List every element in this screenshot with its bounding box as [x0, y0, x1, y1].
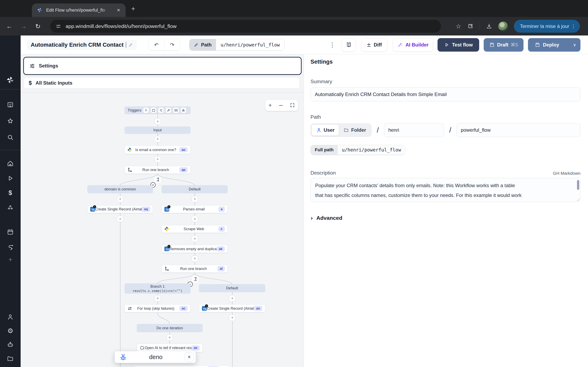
- path-chip[interactable]: Path u/henri/powerful_flow: [189, 39, 285, 50]
- owner-kind-user[interactable]: User: [311, 124, 339, 136]
- advanced-toggle[interactable]: › Advanced: [311, 215, 580, 222]
- zoom-in-button[interactable]: +: [268, 102, 272, 108]
- sidebar-item-search[interactable]: [0, 134, 21, 141]
- sidebar-item-favorites[interactable]: [0, 117, 21, 125]
- flow-step-ac[interactable]: For loop (skip failures) ac: [125, 304, 190, 312]
- sidebar-item-runs[interactable]: [0, 175, 21, 182]
- sidebar-item-workers[interactable]: [0, 341, 21, 348]
- new-tab-button[interactable]: +: [131, 5, 135, 12]
- websocket-plug-icon[interactable]: [165, 108, 171, 113]
- diff-button[interactable]: ± Diff: [361, 38, 388, 52]
- resize-handle-icon[interactable]: [577, 198, 580, 201]
- description-scrollbar[interactable]: [577, 180, 579, 190]
- description-textarea[interactable]: Populate your CRM contacts' details from…: [311, 178, 580, 202]
- add-branch-icon[interactable]: [155, 176, 161, 183]
- add-step-button[interactable]: +: [229, 315, 235, 321]
- flow-step-c[interactable]: Scrape Web c: [162, 225, 228, 233]
- sidebar-item-schedules[interactable]: [0, 228, 21, 235]
- back-icon[interactable]: ←: [4, 23, 15, 30]
- test-flow-button[interactable]: Test flow: [438, 38, 479, 52]
- flow-step-an[interactable]: TS Create Single Record (Airtable) an: [199, 304, 265, 312]
- flow-step-ap[interactable]: Run one branch ap: [125, 166, 190, 174]
- download-icon[interactable]: [486, 23, 492, 29]
- sidebar-item-resources[interactable]: [0, 205, 21, 212]
- forward-icon[interactable]: →: [18, 23, 29, 30]
- zoom-out-button[interactable]: −: [278, 102, 283, 108]
- flow-step-ak[interactable]: TS Removes empty and duplicates ak: [162, 245, 228, 253]
- flow-step-al[interactable]: Run one branch al: [162, 265, 228, 273]
- reload-icon[interactable]: ↻: [32, 23, 43, 30]
- profile-avatar[interactable]: [498, 21, 508, 31]
- undo-button[interactable]: ↶: [148, 39, 164, 50]
- save-icon: [489, 42, 495, 48]
- sidebar-item-user[interactable]: [0, 313, 21, 320]
- add-step-button[interactable]: +: [167, 334, 173, 341]
- deploy-button[interactable]: Deploy: [528, 38, 566, 52]
- add-step-button[interactable]: +: [117, 216, 123, 222]
- add-step-button[interactable]: +: [117, 196, 123, 202]
- bookmark-star-icon[interactable]: ☆: [456, 23, 461, 30]
- sidebar-item-folders[interactable]: [0, 355, 21, 362]
- sidebar-item-flows[interactable]: [0, 243, 21, 250]
- sidebar-item-home[interactable]: [0, 160, 21, 167]
- do-one-iteration-node[interactable]: Do one iteration: [137, 324, 202, 332]
- ai-builder-button[interactable]: AI Builder: [393, 38, 433, 52]
- sidebar-item-workspace[interactable]: [0, 101, 21, 108]
- flow-step-a[interactable]: TS Parses email a: [162, 205, 228, 213]
- add-step-button[interactable]: +: [229, 295, 235, 301]
- toolbar-separator: [480, 23, 480, 30]
- branch-header-default[interactable]: Default: [162, 185, 228, 193]
- flow-title-field[interactable]: Automatically Enrich CRM Contact: [27, 40, 137, 50]
- input-node[interactable]: Input: [125, 127, 190, 134]
- add-step-button[interactable]: +: [155, 118, 161, 125]
- owner-kind-folder[interactable]: Folder: [339, 124, 371, 136]
- branch-header-branch1[interactable]: Branch 1 results.c.some((x)=>x!=""): [125, 284, 190, 294]
- webhook-icon[interactable]: [143, 108, 149, 113]
- all-static-inputs-card[interactable]: $ All Static Inputs: [23, 77, 300, 89]
- add-step-button[interactable]: +: [192, 235, 198, 242]
- deploy-dropdown-button[interactable]: ∨: [568, 38, 580, 52]
- add-step-button[interactable]: +: [155, 295, 161, 301]
- tab-close-icon[interactable]: ✕: [115, 7, 122, 13]
- add-step-button[interactable]: +: [192, 196, 198, 202]
- fit-view-button[interactable]: [290, 103, 295, 108]
- schedule-icon[interactable]: [151, 108, 156, 113]
- windmill-logo[interactable]: [0, 76, 21, 84]
- sidebar-item-create[interactable]: +: [0, 256, 21, 263]
- sidebar-item-settings[interactable]: ⚙: [0, 327, 21, 335]
- add-branch-icon[interactable]: [192, 276, 198, 282]
- add-step-button[interactable]: +: [192, 216, 198, 222]
- flow-step-aq[interactable]: TS Create Single Record (Airtable) aq: [87, 205, 153, 213]
- deno-tooltip-card[interactable]: deno ✕: [115, 351, 196, 363]
- browser-menu-icon[interactable]: ⋮: [569, 24, 577, 29]
- extensions-icon[interactable]: [467, 23, 474, 29]
- watch-icon[interactable]: [181, 108, 186, 113]
- browser-update-button[interactable]: Terminer la mise à jour ⋮: [514, 20, 580, 33]
- step-id-badge: ao: [179, 147, 188, 152]
- connector: [120, 213, 121, 367]
- add-step-button[interactable]: +: [192, 256, 198, 262]
- deno-close-button[interactable]: ✕: [185, 352, 194, 362]
- triggers-node[interactable]: Triggers: [125, 106, 190, 114]
- redo-button[interactable]: ↷: [164, 39, 180, 50]
- route-icon[interactable]: [158, 108, 164, 113]
- settings-module-card[interactable]: Settings: [23, 57, 302, 75]
- browser-tab[interactable]: Edit Flow u/henri/powerful_flo ✕: [32, 3, 126, 17]
- email-icon[interactable]: [173, 108, 179, 113]
- owner-input[interactable]: [384, 123, 444, 137]
- site-settings-icon[interactable]: [56, 24, 61, 29]
- flow-step-ae[interactable]: Open AI to tell if relevant result ae: [137, 344, 202, 352]
- more-options-icon[interactable]: ⋮: [329, 42, 335, 48]
- branch-header-default2[interactable]: Default: [199, 284, 265, 292]
- add-step-button[interactable]: +: [155, 136, 161, 142]
- docs-button[interactable]: [342, 38, 356, 52]
- sidebar-item-variables[interactable]: $: [0, 189, 21, 197]
- path-chip-value[interactable]: u/henri/powerful_flow: [216, 39, 284, 50]
- add-step-button[interactable]: +: [155, 156, 161, 162]
- draft-button[interactable]: Draft ⌘S: [484, 38, 523, 52]
- summary-input[interactable]: [311, 87, 580, 101]
- flow-step-ao[interactable]: Is email a common one? ao: [125, 146, 190, 154]
- url-bar[interactable]: app.windmill.dev/flows/edit/u/henri/powe…: [50, 20, 441, 33]
- branch-header-domain-is-common[interactable]: domain is common: [87, 185, 153, 193]
- flow-name-input[interactable]: [457, 123, 580, 137]
